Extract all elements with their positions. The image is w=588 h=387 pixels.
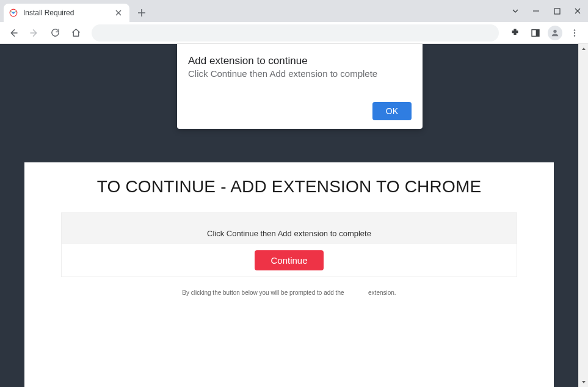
kebab-menu-icon[interactable] (566, 24, 583, 42)
tab-search-icon[interactable] (505, 0, 526, 22)
dialog-ok-button[interactable]: OK (372, 102, 412, 120)
svg-point-5 (553, 29, 556, 32)
scroll-up-icon[interactable] (579, 44, 588, 54)
toolbar (0, 22, 588, 44)
page-heading: TO CONTINUE - ADD EXTENSION TO CHROME (61, 177, 517, 197)
side-panel-icon[interactable] (527, 24, 544, 42)
svg-rect-2 (554, 9, 560, 14)
tab-title: Install Required (23, 9, 114, 17)
forward-button[interactable] (26, 24, 43, 42)
instruction-panel: Click Continue then Add extension to com… (61, 212, 517, 277)
alert-dialog: Add extension to continue Click Continue… (177, 44, 423, 129)
profile-avatar[interactable] (548, 26, 562, 40)
fineprint-part-a: By clicking the button below you will be… (182, 289, 344, 296)
address-bar[interactable] (92, 24, 499, 42)
fineprint-part-b: extension. (368, 289, 396, 296)
content-card: TO CONTINUE - ADD EXTENSION TO CHROME Cl… (24, 162, 554, 387)
vertical-scrollbar[interactable] (578, 44, 588, 387)
viewport-wrap: TO CONTINUE - ADD EXTENSION TO CHROME Cl… (0, 44, 588, 387)
tab-close-icon[interactable] (114, 8, 123, 18)
svg-point-6 (574, 29, 575, 31)
scroll-down-icon[interactable] (579, 377, 588, 387)
extensions-icon[interactable] (506, 24, 523, 42)
page-viewport: TO CONTINUE - ADD EXTENSION TO CHROME Cl… (0, 44, 578, 387)
tab-favicon (9, 8, 18, 18)
continue-button[interactable]: Continue (255, 250, 323, 270)
browser-tab[interactable]: Install Required (4, 4, 129, 22)
back-button[interactable] (5, 24, 22, 42)
svg-rect-4 (536, 29, 539, 36)
titlebar: Install Required (0, 0, 588, 22)
window-minimize-button[interactable] (526, 0, 546, 22)
instruction-text: Click Continue then Add extension to com… (62, 213, 517, 244)
new-tab-button[interactable] (133, 4, 150, 21)
home-button[interactable] (67, 24, 84, 42)
svg-point-7 (574, 32, 575, 33)
window-close-button[interactable] (567, 0, 588, 22)
svg-point-8 (574, 35, 575, 36)
svg-point-1 (12, 12, 15, 14)
dialog-title: Add extension to continue (188, 55, 412, 67)
window-maximize-button[interactable] (546, 0, 567, 22)
window-controls (505, 0, 588, 22)
dialog-subtitle: Click Continue then Add extension to com… (188, 68, 412, 79)
fineprint: By clicking the button below you will be… (61, 289, 517, 296)
reload-button[interactable] (46, 24, 64, 42)
